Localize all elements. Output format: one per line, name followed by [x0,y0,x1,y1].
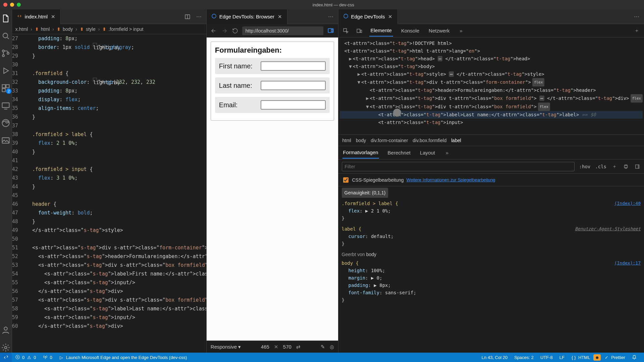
split-editor-icon[interactable] [184,13,191,20]
tab-label: index.html [25,14,48,19]
mirror-info-link[interactable]: Weitere Informationen zur Spiegelbearbei… [407,177,495,182]
svg-point-2 [2,55,4,57]
more-actions-icon[interactable]: ⋯ [633,13,640,20]
form-row: First name: [215,58,330,74]
tab-styles[interactable]: Formatvorlagen [342,147,379,159]
svg-point-11 [5,347,7,349]
devtools-panel-tabs: Elemente Konsole Netzwerk » ＋ [338,24,644,38]
svg-point-23 [45,356,46,357]
device-dropdown[interactable]: Responsive ▾ [211,344,241,350]
inspect-element-icon[interactable] [342,27,349,34]
close-tab-icon[interactable]: ✕ [277,14,282,19]
tab-console[interactable]: Konsole [400,25,421,36]
tab-label: Edge DevTools: Browser [219,14,274,19]
remote-indicator[interactable] [0,353,12,362]
remote-explorer-icon[interactable] [1,101,11,111]
browser-tab-bar: Edge DevTools: Browser ✕ ⋯ [207,9,338,24]
source-control-icon[interactable] [1,48,11,58]
settings-gear-icon[interactable] [1,343,11,353]
indentation[interactable]: Spaces: 2 [511,355,537,360]
close-tab-icon[interactable]: ✕ [387,14,393,19]
devtools-toggle-icon[interactable] [327,27,335,35]
line-gutter: 2728293031323334353637383940414243444546… [12,34,23,353]
print-icon[interactable] [623,163,629,170]
cursor-blob-icon [393,109,401,117]
tab-layout[interactable]: Layout [419,147,436,158]
code-editor[interactable]: 2728293031323334353637383940414243444546… [12,34,206,353]
tab-computed[interactable]: Berechnet [387,147,411,158]
svg-rect-4 [2,85,5,88]
styles-pane[interactable]: Genauigkeit: (0,1,1) (Index):40.formfiel… [338,186,644,353]
browser-tab[interactable]: Edge DevTools: Browser ✕ [207,9,287,24]
svg-rect-6 [2,88,5,92]
svg-point-0 [3,33,8,38]
css-mirror-bar: CSS-Spiegelbearbeitung Weitere Informati… [338,174,644,186]
run-debug-icon[interactable] [1,66,11,76]
cursor-position[interactable]: Ln 43, Col 20 [478,355,511,360]
viewport-width[interactable]: 465 [261,344,269,350]
account-icon[interactable] [1,325,11,335]
dom-breadcrumb[interactable]: html body div.form-container div.box.for… [338,135,644,146]
editor-tab-bar: index.html ✕ ⋯ [12,9,206,24]
mirror-checkbox[interactable] [343,177,348,183]
more-style-tabs-icon[interactable]: » [444,149,450,156]
devtools-tab[interactable]: Edge DevTools ✕ [338,9,398,24]
more-actions-icon[interactable]: ⋯ [327,13,334,20]
styles-tabs: Formatvorlagen Berechnet Layout » [338,146,644,160]
gallery-icon[interactable] [1,135,11,145]
html-file-icon [17,13,22,20]
nav-back-icon[interactable] [210,27,217,35]
notifications-icon[interactable] [629,355,640,360]
tab-elements[interactable]: Elemente [369,25,393,37]
device-toolbar-icon[interactable] [356,27,363,34]
encoding[interactable]: UTF-8 [537,355,556,360]
close-tab-icon[interactable]: ✕ [50,14,56,19]
problems-indicator[interactable]: ⓧ0 ⚠0 [12,355,39,360]
dock-icon[interactable] [634,163,641,170]
code-content[interactable]: padding: 8px; border: 1px solid lightgra… [23,34,206,353]
editor-tab[interactable]: index.html ✕ [12,9,61,24]
minimize-window-icon[interactable] [10,3,14,7]
url-input[interactable]: http://localhost:3000/ [242,26,323,35]
feedback-icon[interactable]: ☻ [593,354,601,361]
window-title: index.html — dev-css [26,2,641,7]
ports-indicator[interactable]: 0 [39,355,55,360]
email-input[interactable] [261,100,326,110]
mirror-label: CSS-Spiegelbearbeitung [352,177,404,183]
specificity-tooltip: Genauigkeit: (0,1,1) [342,188,388,198]
cls-toggle[interactable]: .cls [595,164,606,169]
last-name-input[interactable] [261,81,326,90]
explorer-icon[interactable] [1,13,11,23]
first-name-input[interactable] [261,61,326,71]
nav-forward-icon[interactable] [221,27,228,35]
wand-icon[interactable]: ✎ [321,344,325,350]
language-mode[interactable]: { } HTML [568,355,593,360]
viewport-height[interactable]: 570 [283,344,291,350]
breadcrumb[interactable]: x.html › ⬍html › ⬍body › ⬍style › ⬍.form… [12,24,206,34]
traffic-lights [3,3,21,7]
extensions-icon[interactable]: 2 [1,83,11,93]
dom-tree[interactable]: <t-attrn">class="t-tag">!DOCTYPE html><t… [338,38,644,135]
maximize-window-icon[interactable] [17,3,21,7]
check-icon: ✓ [604,355,609,360]
hov-toggle[interactable]: :hov [579,164,591,169]
form-row: Last name: [215,77,330,94]
more-tabs-icon[interactable]: » [458,27,465,34]
close-window-icon[interactable] [3,3,7,7]
edge-tools-icon[interactable] [1,118,11,128]
form-heading: Formulareingaben: [215,46,330,55]
search-icon[interactable] [1,31,11,41]
rotate-icon[interactable]: ⇄ [296,344,301,350]
tab-network[interactable]: Netzwerk [427,25,451,36]
add-tab-icon[interactable]: ＋ [633,27,640,34]
launch-task[interactable]: ▷ Launch Microsoft Edge and open the Edg… [56,355,191,360]
eye-icon[interactable]: ◎ [330,344,334,350]
styles-filter-input[interactable] [342,162,575,171]
more-actions-icon[interactable]: ⋯ [196,13,202,20]
new-rule-icon[interactable]: ＋ [611,163,618,170]
eol[interactable]: LF [556,355,568,360]
field-label: First name: [219,62,261,70]
reload-icon[interactable] [231,27,239,35]
browser-viewport: Formulareingaben: First name: Last name:… [207,38,338,341]
prettier-status[interactable]: ✓ Prettier [601,355,629,360]
